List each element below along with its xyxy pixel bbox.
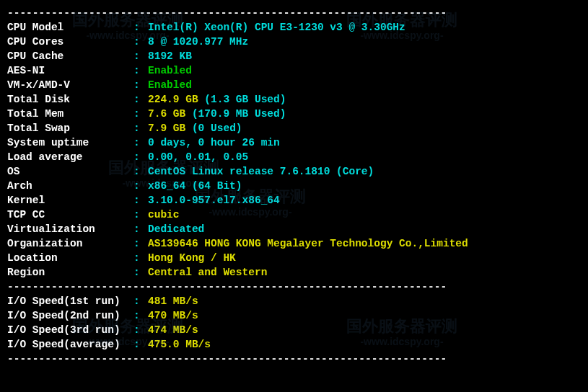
info-row: TCP CC: cubic [7, 208, 581, 222]
info-row: CPU Cache: 8192 KB [7, 49, 581, 63]
row-value: Dedicated [148, 222, 204, 236]
row-value: 0 days, 0 hour 26 min [148, 135, 280, 150]
row-label: OS [7, 164, 133, 179]
row-label: Total Mem [7, 107, 133, 121]
row-value: 0.00, 0.01, 0.05 [148, 150, 248, 164]
info-row: VM-x/AMD-V: Enabled [7, 78, 581, 92]
info-row: Region: Central and Western [7, 265, 581, 280]
row-colon: : [133, 251, 148, 265]
row-value-part: 7.9 GB [148, 121, 192, 135]
row-colon: : [133, 265, 148, 280]
row-value: Enabled [148, 63, 192, 78]
info-row: Load average: 0.00, 0.01, 0.05 [7, 150, 581, 164]
row-label: AES-NI [7, 63, 133, 78]
row-label: I/O Speed(1st run) [7, 294, 133, 308]
row-colon: : [133, 107, 148, 121]
row-label: Organization [7, 236, 133, 251]
row-value-part: (1.3 GB Used) [204, 92, 286, 107]
io-speed-section: I/O Speed(1st run): 481 MB/sI/O Speed(2n… [7, 294, 581, 352]
row-label: TCP CC [7, 208, 133, 222]
section-divider: ----------------------------------------… [7, 352, 581, 366]
info-row: Total Mem: 7.6 GB (170.9 MB Used) [7, 107, 581, 121]
row-colon: : [133, 337, 148, 352]
info-row: AES-NI: Enabled [7, 63, 581, 78]
info-row: Arch: x86_64 (64 Bit) [7, 179, 581, 193]
row-value-part: (170.9 MB Used) [192, 107, 286, 121]
info-row: I/O Speed(3rd run): 474 MB/s [7, 323, 581, 337]
row-value: 3.10.0-957.el7.x86_64 [148, 193, 280, 208]
row-label: Load average [7, 150, 133, 164]
row-colon: : [133, 78, 148, 92]
info-row: Location: Hong Kong / HK [7, 251, 581, 265]
row-value-part: 7.6 GB [148, 107, 192, 121]
info-row: I/O Speed(2nd run): 470 MB/s [7, 308, 581, 323]
row-label: CPU Cache [7, 49, 133, 63]
row-colon: : [133, 63, 148, 78]
row-value: Central and Western [148, 265, 267, 280]
row-value: CentOS Linux release 7.6.1810 (Core) [148, 164, 374, 179]
row-label: Arch [7, 179, 133, 193]
row-value: 8 @ 1020.977 MHz [148, 35, 248, 49]
info-row: CPU Cores: 8 @ 1020.977 MHz [7, 35, 581, 49]
row-colon: : [133, 294, 148, 308]
row-label: System uptime [7, 135, 133, 150]
row-label: CPU Cores [7, 35, 133, 49]
row-colon: : [133, 323, 148, 337]
system-info-section: CPU Model: Intel(R) Xeon(R) CPU E3-1230 … [7, 20, 581, 280]
info-row: CPU Model: Intel(R) Xeon(R) CPU E3-1230 … [7, 20, 581, 35]
row-colon: : [133, 308, 148, 323]
row-label: I/O Speed(3rd run) [7, 323, 133, 337]
row-value-part: 224.9 GB [148, 92, 204, 107]
section-divider: ----------------------------------------… [7, 6, 581, 20]
row-value: Intel(R) Xeon(R) CPU E3-1230 v3 @ 3.30GH… [148, 20, 405, 35]
section-divider: ----------------------------------------… [7, 280, 581, 294]
row-label: CPU Model [7, 20, 133, 35]
row-colon: : [133, 92, 148, 107]
row-label: Virtualization [7, 222, 133, 236]
row-colon: : [133, 135, 148, 150]
row-label: Kernel [7, 193, 133, 208]
row-value: 481 MB/s [148, 294, 198, 308]
info-row: System uptime: 0 days, 0 hour 26 min [7, 135, 581, 150]
row-label: VM-x/AMD-V [7, 78, 133, 92]
row-colon: : [133, 222, 148, 236]
row-colon: : [133, 236, 148, 251]
row-colon: : [133, 20, 148, 35]
row-colon: : [133, 121, 148, 135]
row-colon: : [133, 208, 148, 222]
row-value: 475.0 MB/s [148, 337, 211, 352]
row-colon: : [133, 49, 148, 63]
info-row: Kernel: 3.10.0-957.el7.x86_64 [7, 193, 581, 208]
info-row: I/O Speed(1st run): 481 MB/s [7, 294, 581, 308]
row-value: 470 MB/s [148, 308, 198, 323]
row-value: Hong Kong / HK [148, 251, 236, 265]
row-label: Total Disk [7, 92, 133, 107]
row-label: Region [7, 265, 133, 280]
info-row: Organization: AS139646 HONG KONG Megalay… [7, 236, 581, 251]
row-label: I/O Speed(2nd run) [7, 308, 133, 323]
row-value: 8192 KB [148, 49, 192, 63]
row-label: Location [7, 251, 133, 265]
row-value-part: (0 Used) [192, 121, 242, 135]
row-label: Total Swap [7, 121, 133, 135]
row-colon: : [133, 179, 148, 193]
row-colon: : [133, 150, 148, 164]
row-value: cubic [148, 208, 180, 222]
info-row: Virtualization: Dedicated [7, 222, 581, 236]
row-colon: : [133, 193, 148, 208]
row-label: I/O Speed(average) [7, 337, 133, 352]
info-row: Total Swap: 7.9 GB (0 Used) [7, 121, 581, 135]
info-row: OS: CentOS Linux release 7.6.1810 (Core) [7, 164, 581, 179]
row-colon: : [133, 35, 148, 49]
row-value: AS139646 HONG KONG Megalayer Technology … [148, 236, 468, 251]
info-row: I/O Speed(average): 475.0 MB/s [7, 337, 581, 352]
row-colon: : [133, 164, 148, 179]
info-row: Total Disk: 224.9 GB (1.3 GB Used) [7, 92, 581, 107]
row-value: Enabled [148, 78, 192, 92]
row-value: 474 MB/s [148, 323, 198, 337]
row-value: x86_64 (64 Bit) [148, 179, 242, 193]
